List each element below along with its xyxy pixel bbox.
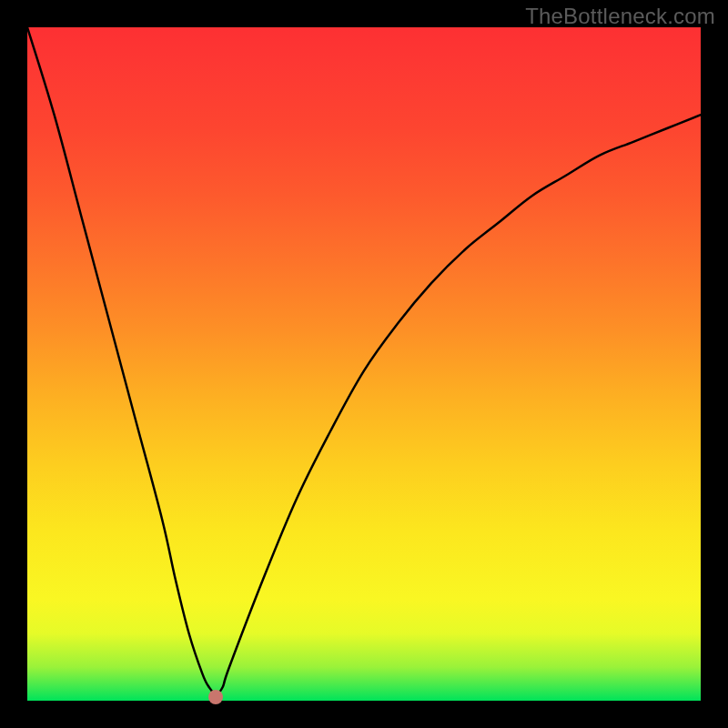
chart-frame: TheBottleneck.com xyxy=(0,0,728,728)
minimum-marker xyxy=(208,690,223,704)
plot-area xyxy=(27,27,701,701)
watermark-text: TheBottleneck.com xyxy=(525,4,715,29)
bottleneck-curve xyxy=(27,27,701,694)
curve-layer xyxy=(27,27,701,701)
